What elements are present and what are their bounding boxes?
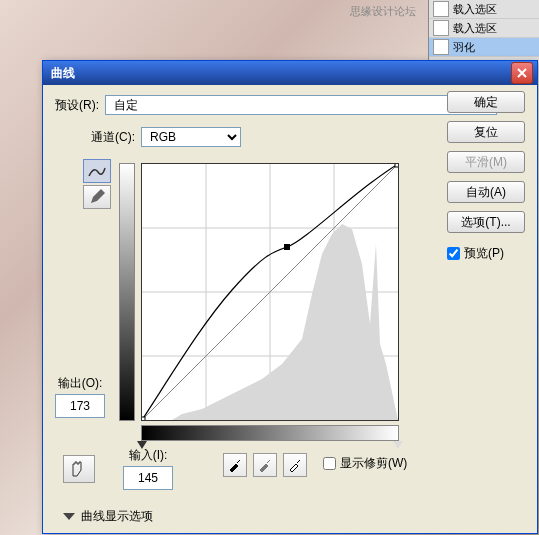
curve-tool-button[interactable] — [83, 159, 111, 183]
layer-row[interactable]: 载入选区 — [429, 19, 539, 38]
show-clipping-checkbox[interactable] — [323, 457, 336, 470]
preview-checkbox-row[interactable]: 预览(P) — [447, 245, 519, 262]
layer-row[interactable]: 载入选区 — [429, 0, 539, 19]
auto-button[interactable]: 自动(A) — [447, 181, 525, 203]
input-value-input[interactable] — [123, 466, 173, 490]
smooth-button[interactable]: 平滑(M) — [447, 151, 525, 173]
channel-select[interactable]: RGB — [141, 127, 241, 147]
preview-checkbox[interactable] — [447, 247, 460, 260]
expand-label: 曲线显示选项 — [81, 508, 153, 525]
layer-label: 羽化 — [453, 40, 475, 55]
preset-select[interactable]: 自定 — [105, 95, 497, 115]
white-eyedropper[interactable] — [283, 453, 307, 477]
black-eyedropper[interactable] — [223, 453, 247, 477]
show-clipping-label: 显示修剪(W) — [340, 455, 407, 472]
layer-icon — [433, 39, 449, 55]
curve-point-handle[interactable] — [284, 244, 290, 250]
input-gradient[interactable] — [141, 425, 399, 441]
pencil-tool-button[interactable] — [83, 185, 111, 209]
output-value-input[interactable] — [55, 394, 105, 418]
channel-label: 通道(C): — [91, 129, 135, 146]
dialog-title: 曲线 — [47, 65, 511, 82]
reset-button[interactable]: 复位 — [447, 121, 525, 143]
input-label: 输入(I): — [123, 447, 173, 464]
curve-graph[interactable] — [141, 163, 399, 421]
layer-row[interactable]: 羽化 — [429, 38, 539, 57]
layer-icon — [433, 20, 449, 36]
layer-icon — [433, 1, 449, 17]
watermark-text: 思缘设计论坛 — [350, 4, 416, 19]
layer-label: 载入选区 — [453, 21, 497, 36]
curve-display-options-toggle[interactable]: 曲线显示选项 — [63, 508, 153, 525]
show-clipping-row[interactable]: 显示修剪(W) — [323, 455, 407, 472]
curve-endpoint[interactable] — [395, 164, 398, 167]
ok-button[interactable]: 确定 — [447, 91, 525, 113]
close-button[interactable] — [511, 62, 533, 84]
output-gradient[interactable] — [119, 163, 135, 421]
curves-dialog: 曲线 预设(R): 自定 确定 复位 平滑(M) 自动(A) 选项(T)... … — [42, 60, 538, 534]
gray-eyedropper[interactable] — [253, 453, 277, 477]
preset-label: 预设(R): — [55, 97, 99, 114]
chevron-down-icon — [63, 513, 75, 520]
layers-panel: 载入选区 载入选区 羽化 — [428, 0, 539, 60]
output-label: 输出(O): — [55, 375, 105, 392]
layer-label: 载入选区 — [453, 2, 497, 17]
curve-endpoint[interactable] — [142, 417, 145, 420]
target-adjust-tool[interactable] — [63, 455, 95, 483]
titlebar[interactable]: 曲线 — [43, 61, 537, 85]
white-point-slider[interactable] — [393, 441, 403, 449]
options-button[interactable]: 选项(T)... — [447, 211, 525, 233]
preview-label: 预览(P) — [464, 245, 504, 262]
